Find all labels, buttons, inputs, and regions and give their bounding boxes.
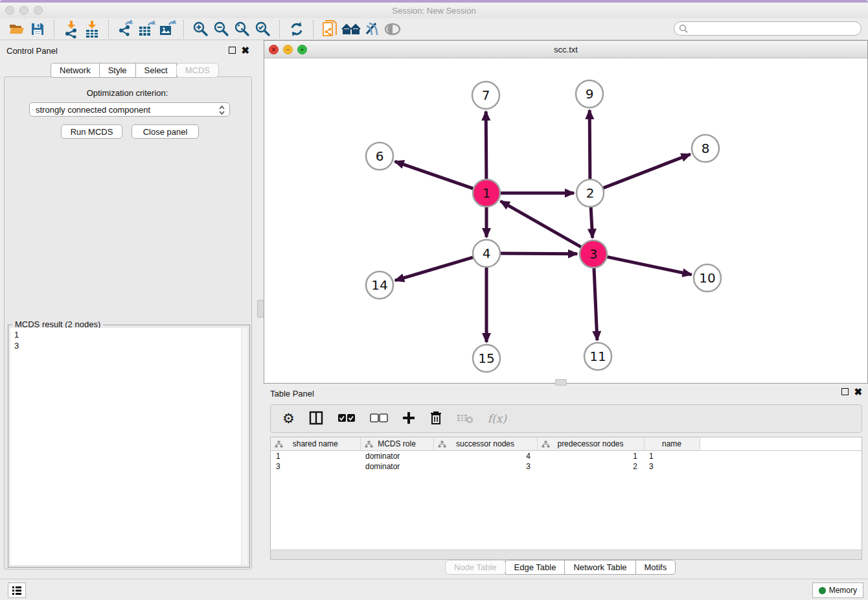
import-table-icon[interactable] [82,19,102,39]
cell-successor-nodes[interactable]: 3 [433,461,537,472]
export-image-icon[interactable] [157,19,177,39]
node-label-3: 3 [589,246,598,262]
control-panel-title: Control Panel [6,46,58,56]
tab-style[interactable]: Style [99,63,136,78]
table-panel-float-icon[interactable] [841,388,849,395]
edge-2-8[interactable] [602,154,691,189]
cell-name[interactable]: 1 [644,451,700,462]
export-table-icon[interactable] [136,19,157,39]
app-title: Session: New Session [0,6,868,16]
list-icon [12,586,22,595]
tab-select[interactable]: Select [135,63,177,78]
cell-successor-nodes[interactable]: 4 [433,451,537,462]
table-panel-close-icon[interactable]: ✖ [854,389,862,395]
network-graph-svg[interactable]: 7968124314101511 [264,58,867,383]
delete-column-icon[interactable] [429,411,442,427]
graphics-details-icon[interactable] [361,19,382,39]
node-label-15: 15 [478,351,494,366]
export-network-icon[interactable] [115,19,136,39]
edge-3-1[interactable] [501,201,583,248]
table-tabs: Node TableEdge TableNetwork TableMotifs [445,560,676,575]
table-bottom-strip [271,549,862,559]
tab-edge-table[interactable]: Edge Table [505,560,565,575]
import-network-icon[interactable] [61,19,82,39]
table-panel-title: Table Panel [270,389,314,398]
network-canvas[interactable]: 7968124314101511 [264,58,867,383]
network-window: × − + scc.txt 7968124314101511 [264,40,868,384]
control-panel-close-icon[interactable]: ✖ [241,47,249,53]
zoom-in-icon[interactable] [190,19,211,39]
node-label-9: 9 [586,86,594,102]
network-window-titlebar[interactable]: × − + scc.txt [264,41,867,58]
app-titlebar: Session: New Session [0,3,868,18]
open-session-icon[interactable] [6,19,27,39]
save-session-icon[interactable] [27,19,48,39]
run-mcds-button[interactable]: Run MCDS [61,124,122,139]
zoom-out-icon[interactable] [211,19,232,39]
clone-network-icon[interactable] [320,19,341,39]
delete-table-disabled-icon [457,412,474,426]
table-row[interactable]: 1dominator411 [271,451,862,462]
refresh-layout-icon[interactable] [286,19,307,39]
mcds-result-scrollbar[interactable] [241,328,247,565]
tab-motifs[interactable]: Motifs [635,560,676,575]
control-panel-float-icon[interactable] [229,47,236,54]
criterion-dropdown[interactable]: strongly connected component [29,102,230,117]
gear-icon[interactable]: ⚙ [282,412,295,425]
zoom-fit-icon[interactable] [232,19,253,39]
criterion-dropdown-value: strongly connected component [36,105,150,115]
deselect-all-checkboxes-icon[interactable] [370,413,388,424]
node-label-14: 14 [371,277,387,293]
control-panel-header: Control Panel ✖ [0,40,255,61]
column-header-successor-nodes[interactable]: successor nodes [433,437,537,451]
cell-predecessor-nodes[interactable]: 2 [537,461,644,472]
edge-4-14[interactable] [395,257,475,280]
cell-MCDS-role[interactable]: dominator [360,451,433,462]
memory-label: Memory [829,586,857,595]
edge-3-10[interactable] [606,257,692,275]
edge-1-6[interactable] [395,161,475,189]
node-label-1: 1 [483,185,491,201]
close-panel-button[interactable]: Close panel [131,124,199,139]
column-header-name[interactable]: name [644,437,700,451]
toolbar-separator [279,20,280,38]
node-label-2: 2 [586,185,595,201]
dropdown-stepper-icon [218,104,225,118]
edge-1-7[interactable] [486,111,486,181]
memory-button[interactable]: Memory [812,583,863,598]
task-history-button[interactable] [8,583,26,598]
add-column-icon[interactable] [402,411,415,426]
tab-mcds[interactable]: MCDS [176,63,219,78]
split-columns-icon[interactable] [309,411,323,427]
table-row[interactable]: 3dominator323 [271,461,862,472]
tab-node-table[interactable]: Node Table [445,560,506,575]
select-all-checkboxes-icon[interactable] [337,413,356,424]
cell-MCDS-role[interactable]: dominator [360,461,433,472]
column-header-shared-name[interactable]: shared name [271,437,360,451]
table-toolbar: ⚙ f(x) [270,404,862,433]
tab-network[interactable]: Network [51,63,100,78]
edge-2-3[interactable] [591,205,593,238]
search-icon [679,24,689,34]
cell-shared-name[interactable]: 1 [271,451,360,462]
edge-2-9[interactable] [589,110,590,181]
run-mcds-label: Run MCDS [71,127,113,137]
cell-shared-name[interactable]: 3 [271,461,360,472]
edge-3-11[interactable] [594,266,597,340]
cell-predecessor-nodes[interactable]: 1 [537,451,644,462]
toolbar-separator [183,20,185,38]
node-table[interactable]: shared nameMCDS rolesuccessor nodesprede… [270,437,862,560]
tab-network-table[interactable]: Network Table [564,560,635,575]
mcds-result-text[interactable]: 1 3 [10,328,242,565]
cell-name[interactable]: 3 [644,461,700,472]
first-neighbors-icon[interactable] [341,19,361,39]
toolbar-separator [108,20,109,38]
column-header-predecessor-nodes[interactable]: predecessor nodes [537,437,644,451]
edge-4-3[interactable] [499,253,577,254]
column-header-MCDS-role[interactable]: MCDS role [360,437,433,451]
hide-panel-eye-icon[interactable] [382,19,403,39]
memory-status-dot [819,587,826,594]
table-panel: Table Panel ✖ ⚙ f(x) shared nameMCDS rol… [264,384,868,579]
zoom-selected-icon[interactable] [253,19,273,39]
search-field[interactable] [674,21,862,36]
